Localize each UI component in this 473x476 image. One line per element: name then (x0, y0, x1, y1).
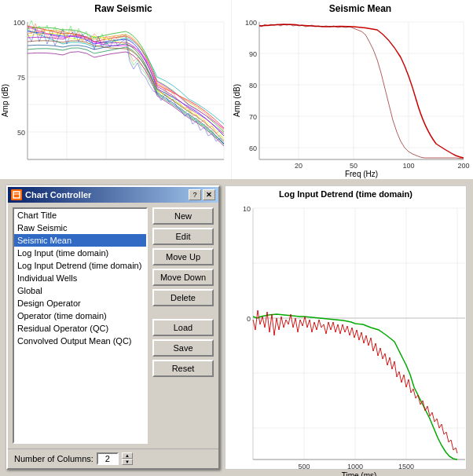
columns-up-button[interactable]: ▲ (122, 452, 133, 459)
svg-text:50: 50 (350, 162, 358, 170)
y-tick: 100 (13, 19, 25, 27)
seismic-mean-x-label: Freq (Hz) (345, 170, 378, 178)
seismic-mean-title: Seismic Mean (232, 0, 473, 14)
list-item-global[interactable]: Global (14, 284, 146, 297)
svg-text:10: 10 (243, 205, 251, 213)
svg-text:70: 70 (249, 113, 257, 121)
svg-text:200: 200 (457, 162, 469, 170)
edit-button[interactable]: Edit (152, 228, 214, 245)
chart-list[interactable]: Chart Title Raw Seismic Seismic Mean Log… (13, 207, 148, 444)
svg-text:500: 500 (298, 463, 310, 471)
list-item-operator-time[interactable]: Operator (time domain) (14, 309, 146, 322)
dialog-close-button[interactable]: ✕ (203, 189, 215, 200)
dialog-titlebar: Chart Controller ? ✕ (8, 187, 218, 203)
new-button[interactable]: New (152, 207, 214, 225)
svg-text:1000: 1000 (347, 463, 363, 471)
svg-text:20: 20 (295, 162, 302, 170)
svg-text:60: 60 (249, 145, 257, 152)
dialog-icon (11, 189, 22, 200)
list-item-raw-seismic[interactable]: Raw Seismic (14, 222, 146, 234)
list-item-individual-wells[interactable]: Individual Wells (14, 272, 146, 284)
dialog-title: Chart Controller (25, 190, 91, 200)
columns-down-button[interactable]: ▼ (122, 459, 133, 465)
seismic-mean-y-label: Amp (dB) (233, 84, 241, 117)
y-tick: 50 (17, 129, 25, 137)
list-item-residual-operator[interactable]: Residual Operator (QC) (14, 322, 146, 335)
move-down-button[interactable]: Move Down (152, 269, 214, 286)
svg-text:0: 0 (247, 315, 251, 323)
load-button[interactable]: Load (152, 319, 214, 336)
log-detrend-x-label: Time (ms) (342, 471, 377, 476)
svg-text:90: 90 (249, 50, 257, 58)
save-button[interactable]: Save (152, 339, 214, 357)
svg-text:1500: 1500 (398, 463, 414, 471)
svg-text:80: 80 (249, 82, 257, 90)
svg-text:100: 100 (402, 162, 414, 170)
delete-button[interactable]: Delete (152, 289, 214, 306)
reset-button[interactable]: Reset (152, 360, 214, 377)
list-item-design-operator[interactable]: Design Operator (14, 297, 146, 309)
columns-input[interactable] (97, 452, 119, 465)
svg-rect-34 (13, 192, 20, 198)
svg-text:100: 100 (245, 19, 257, 27)
list-item-convolved-output[interactable]: Convolved Output Mean (QC) (14, 335, 146, 347)
list-item-log-input-time[interactable]: Log Input (time domain) (14, 247, 146, 259)
raw-seismic-title: Raw Seismic (0, 0, 231, 14)
y-tick: 75 (17, 74, 25, 82)
dialog-footer: Number of Columns: ▲ ▼ (8, 449, 218, 468)
list-item-log-input-detrend[interactable]: Log Input Detrend (time domain) (14, 259, 146, 272)
list-item-seismic-mean[interactable]: Seismic Mean (14, 234, 146, 247)
raw-seismic-y-label: Amp (dB) (1, 84, 9, 117)
move-up-button[interactable]: Move Up (152, 248, 214, 265)
columns-label: Number of Columns: (14, 454, 94, 463)
dialog-help-button[interactable]: ? (189, 189, 201, 200)
chart-controller-dialog: Chart Controller ? ✕ Chart Title Raw Sei… (6, 185, 220, 470)
list-item-chart-title[interactable]: Chart Title (14, 209, 146, 222)
log-input-detrend-title: Log Input Detrend (time domain) (226, 186, 466, 199)
